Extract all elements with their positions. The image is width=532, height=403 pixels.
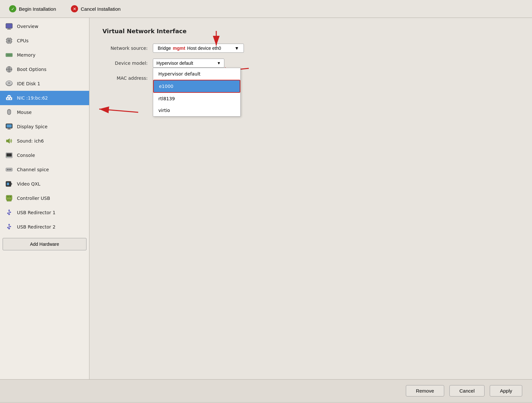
dropdown-option-hypervisor-default[interactable]: Hypervisor default <box>153 68 240 80</box>
mac-address-label: MAC address: <box>102 76 153 81</box>
svg-rect-14 <box>7 54 7 56</box>
svg-point-40 <box>7 169 8 170</box>
sidebar-item-sound[interactable]: Sound: ich6 <box>0 134 89 148</box>
sidebar-label-boot-options: Boot Options <box>17 67 47 72</box>
add-hardware-button[interactable]: Add Hardware <box>3 238 86 250</box>
svg-point-52 <box>10 226 11 227</box>
sidebar-item-cpus[interactable]: CPUs <box>0 34 89 48</box>
sound-icon <box>5 136 14 146</box>
device-model-dropdown-container: Hypervisor default ▼ Hypervisor default … <box>153 59 224 68</box>
svg-rect-16 <box>9 54 10 56</box>
svg-rect-2 <box>7 29 11 30</box>
device-model-arrow: ▼ <box>217 61 221 65</box>
svg-rect-0 <box>6 23 12 28</box>
network-source-mgmt: mgmt <box>173 46 185 51</box>
controller-icon <box>5 194 14 203</box>
cancel-installation-label: Cancel Installation <box>81 6 121 12</box>
sidebar-item-controller-usb[interactable]: Controller USB <box>0 191 89 205</box>
sidebar-item-channel-spice[interactable]: Channel spice <box>0 162 89 177</box>
usb2-icon <box>5 222 14 231</box>
svg-rect-23 <box>6 97 12 100</box>
dropdown-option-virtio[interactable]: virtio <box>153 104 240 116</box>
sidebar-label-controller-usb: Controller USB <box>17 196 50 201</box>
sidebar-footer: Add Hardware <box>0 234 89 254</box>
svg-rect-32 <box>8 128 10 129</box>
svg-rect-49 <box>7 200 11 201</box>
svg-point-41 <box>8 169 10 170</box>
svg-rect-4 <box>8 39 10 42</box>
svg-rect-1 <box>8 28 10 29</box>
cancel-installation-button[interactable]: ✕ Cancel Installation <box>68 4 123 14</box>
sidebar-item-ide-disk[interactable]: IDE Disk 1 <box>0 76 89 91</box>
sidebar-item-overview[interactable]: Overview <box>0 19 89 34</box>
dropdown-option-e1000[interactable]: e1000 <box>153 80 240 93</box>
svg-point-53 <box>7 227 8 228</box>
sidebar-label-sound: Sound: ich6 <box>17 138 44 144</box>
console-icon: _ <box>5 151 14 160</box>
begin-installation-button[interactable]: ✓ Begin Installation <box>7 4 59 14</box>
svg-point-19 <box>8 68 10 71</box>
svg-rect-46 <box>6 195 12 200</box>
sidebar-item-console[interactable]: _ Console <box>0 148 89 162</box>
cancel-icon: ✕ <box>71 5 78 12</box>
remove-button[interactable]: Remove <box>406 385 444 396</box>
network-source-suffix: Host device eth0 <box>187 46 221 51</box>
device-model-button[interactable]: Hypervisor default ▼ <box>153 59 224 68</box>
sidebar-item-usb-redirect-2[interactable]: USB Redirector 2 <box>0 220 89 234</box>
overview-icon <box>5 22 14 31</box>
toolbar: ✓ Begin Installation ✕ Cancel Installati… <box>0 0 532 18</box>
sidebar-item-mouse[interactable]: Mouse <box>0 105 89 119</box>
begin-installation-label: Begin Installation <box>19 6 56 12</box>
disk-icon <box>5 79 14 88</box>
sidebar-item-usb-redirect-1[interactable]: USB Redirector 1 <box>0 205 89 220</box>
cpu-icon <box>5 36 14 45</box>
svg-rect-24 <box>7 98 8 99</box>
sidebar-label-usb-redirect-2: USB Redirector 2 <box>17 224 56 229</box>
device-model-label: Device model: <box>102 61 153 66</box>
sidebar-label-usb-redirect-1: USB Redirector 1 <box>17 210 56 215</box>
sidebar-item-display-spice[interactable]: Display Spice <box>0 119 89 134</box>
device-model-row: Device model: Hypervisor default ▼ Hyper… <box>102 59 519 68</box>
svg-marker-35 <box>8 138 10 144</box>
cancel-button[interactable]: Cancel <box>449 385 485 396</box>
network-source-dropdown[interactable]: Bridge mgmt Host device eth0 ▼ <box>153 44 244 53</box>
svg-rect-45 <box>7 183 9 185</box>
svg-rect-15 <box>8 54 9 56</box>
sidebar-item-memory[interactable]: Memory <box>0 48 89 62</box>
sidebar-label-cpus: CPUs <box>17 38 29 43</box>
network-source-row: Network source: Bridge mgmt Host device … <box>102 44 519 53</box>
sidebar-label-mouse: Mouse <box>17 110 32 115</box>
apply-button[interactable]: Apply <box>490 385 522 396</box>
sidebar-item-boot-options[interactable]: Boot Options <box>0 62 89 76</box>
svg-rect-47 <box>7 196 9 197</box>
network-source-label: Network source: <box>102 46 153 51</box>
svg-point-22 <box>8 82 10 84</box>
sidebar: Overview CPUs <box>0 18 89 379</box>
sidebar-label-display-spice: Display Spice <box>17 124 47 129</box>
usb1-icon <box>5 208 14 217</box>
memory-icon <box>5 50 14 60</box>
sidebar-label-video-qxl: Video QXL <box>17 181 40 187</box>
sidebar-label-console: Console <box>17 153 35 158</box>
nic-icon <box>5 93 14 103</box>
svg-rect-17 <box>11 54 11 56</box>
sidebar-item-nic[interactable]: NIC :19:bc:62 <box>0 91 89 105</box>
svg-marker-44 <box>11 183 12 185</box>
svg-rect-31 <box>7 124 12 128</box>
sidebar-label-overview: Overview <box>17 24 38 29</box>
svg-rect-48 <box>9 196 11 197</box>
dropdown-option-rtl8139[interactable]: rtl8139 <box>153 93 240 104</box>
svg-rect-25 <box>10 98 11 99</box>
device-model-value: Hypervisor default <box>156 61 193 66</box>
check-icon: ✓ <box>9 5 16 12</box>
sidebar-item-video-qxl[interactable]: Video QXL <box>0 177 89 191</box>
section-title: Virtual Network Interface <box>102 28 519 35</box>
video-icon <box>5 179 14 188</box>
display-icon <box>5 122 14 131</box>
sidebar-label-memory: Memory <box>17 52 35 58</box>
sidebar-label-channel-spice: Channel spice <box>17 167 49 172</box>
svg-point-50 <box>10 212 11 213</box>
content-area: Virtual Network Interface Network source… <box>89 18 532 379</box>
sidebar-label-nic: NIC :19:bc:62 <box>17 95 48 101</box>
svg-point-51 <box>7 213 8 214</box>
